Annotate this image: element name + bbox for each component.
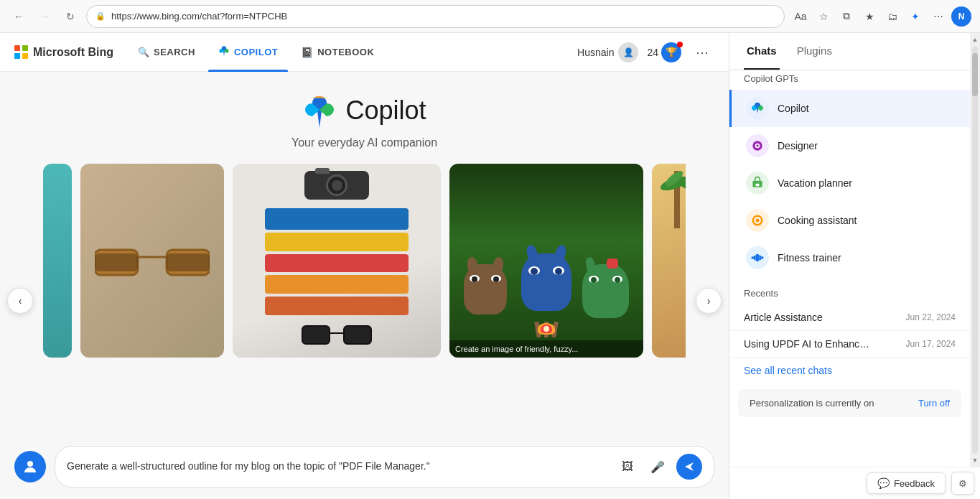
- microphone-button[interactable]: 🎤: [646, 455, 669, 478]
- carousel-card-monsters[interactable]: Create an image of friendly, fuzzy...: [449, 164, 643, 358]
- carousel-card-slim[interactable]: [43, 164, 72, 358]
- svg-rect-15: [756, 184, 760, 186]
- more-button[interactable]: ⋯: [928, 6, 948, 27]
- notebook-nav-label: NOTEBOOK: [317, 47, 374, 57]
- carousel-card-sunglasses[interactable]: [80, 164, 224, 358]
- recent-title-article: Article Assistance: [744, 312, 873, 323]
- copilot-title: Copilot: [345, 95, 426, 126]
- points-badge[interactable]: 24 🏆: [647, 42, 681, 62]
- split-view-button[interactable]: ⧉: [836, 6, 857, 27]
- notification-dot: [677, 42, 683, 47]
- input-box[interactable]: 🖼 🎤: [55, 446, 714, 488]
- scroll-down-button[interactable]: ▼: [970, 455, 980, 465]
- sunglasses-svg: [95, 239, 210, 282]
- points-count: 24: [647, 47, 658, 58]
- bing-logo[interactable]: Microsoft Bing: [14, 45, 113, 60]
- gpt-name-designer: Designer: [778, 140, 818, 151]
- recent-item-updf[interactable]: Using UPDF AI to Enhance Sales Skills Ju…: [729, 331, 970, 358]
- collections-button[interactable]: 🗂: [882, 6, 902, 27]
- recent-date-updf: Jun 17, 2024: [906, 339, 956, 349]
- gpt-item-vacation[interactable]: Vacation planner: [729, 164, 970, 202]
- notebook-nav-icon: 📓: [301, 47, 313, 58]
- settings-button[interactable]: ⚙: [951, 472, 974, 495]
- favorites-bar-button[interactable]: ★: [859, 6, 879, 27]
- address-bar[interactable]: 🔒 https://www.bing.com/chat?form=NTPCHB: [86, 5, 785, 28]
- recents-section: Recents Article Assistance Jun 22, 2024 …: [729, 276, 970, 383]
- nav-copilot[interactable]: COPILOT: [208, 33, 288, 72]
- browser-right-controls: Aa ☆ ⧉ ★ 🗂 ✦ ⋯ N: [790, 6, 971, 27]
- turn-off-button[interactable]: Turn off: [918, 398, 950, 409]
- user-info[interactable]: Husnain 👤: [577, 42, 638, 62]
- read-aloud-button[interactable]: Aa: [790, 6, 811, 27]
- top-nav: Microsoft Bing 🔍 SEARCH COPILOT: [0, 33, 729, 72]
- sidebar-scrollable: Copilot GPTs Copilot: [729, 70, 970, 467]
- search-nav-label: SEARCH: [154, 47, 195, 57]
- copilot-nav-icon: [218, 45, 230, 59]
- carousel-card-palm[interactable]: [652, 164, 686, 358]
- gpts-section-title: Copilot GPTs: [729, 70, 970, 90]
- lock-icon: 🔒: [95, 11, 106, 21]
- copilot-logo-icon: [302, 93, 337, 128]
- center-content: Copilot Your everyday AI companion ‹: [0, 72, 729, 499]
- search-nav-icon: 🔍: [138, 47, 149, 57]
- carousel-track: Create an image of friendly, fuzzy...: [43, 164, 686, 358]
- chat-input[interactable]: [67, 460, 607, 474]
- svg-rect-3: [95, 253, 138, 271]
- user-avatar: 👤: [618, 42, 638, 62]
- gpt-name-copilot: Copilot: [778, 103, 809, 114]
- recents-section-title: Recents: [729, 285, 970, 304]
- svg-rect-19: [752, 256, 754, 258]
- gpt-item-fitness[interactable]: Fitness trainer: [729, 239, 970, 276]
- copilot-browser-button[interactable]: ✦: [905, 6, 925, 27]
- gpt-item-cooking[interactable]: Cooking assistant: [729, 202, 970, 239]
- right-sidebar: Chats Plugins Copilot GPTs: [729, 33, 980, 499]
- gpt-item-designer[interactable]: Designer: [729, 127, 970, 164]
- tab-chats[interactable]: Chats: [744, 33, 780, 70]
- svg-rect-23: [756, 254, 760, 261]
- gpt-item-copilot[interactable]: Copilot: [729, 90, 970, 127]
- nav-notebook[interactable]: 📓 NOTEBOOK: [291, 33, 384, 72]
- copilot-gpt-icon: [746, 97, 769, 120]
- carousel-card-clothes[interactable]: [233, 164, 441, 358]
- send-button[interactable]: [676, 454, 702, 480]
- feedback-button[interactable]: 💬 Feedback: [867, 472, 946, 494]
- gpt-name-cooking: Cooking assistant: [778, 215, 857, 226]
- tab-plugins[interactable]: Plugins: [794, 33, 835, 70]
- reload-button[interactable]: ↻: [60, 6, 80, 27]
- image-input-button[interactable]: 🖼: [616, 455, 639, 478]
- ms-logo-yellow: [22, 53, 28, 59]
- scroll-thumb[interactable]: [972, 53, 978, 96]
- gpt-name-vacation: Vacation planner: [778, 177, 852, 189]
- svg-rect-22: [760, 256, 762, 261]
- nav-items: 🔍 SEARCH COPILOT 📓 NOTEBOOK: [128, 33, 577, 72]
- cooking-gpt-icon: [746, 209, 769, 232]
- carousel-section: ‹: [0, 164, 729, 437]
- monsters-caption: Create an image of friendly, fuzzy...: [449, 340, 643, 358]
- svg-point-10: [27, 461, 33, 467]
- copilot-subtitle: Your everyday AI companion: [14, 136, 714, 149]
- designer-gpt-icon: [746, 134, 769, 157]
- content-area: Copilot Your everyday AI companion ‹: [0, 72, 729, 499]
- svg-rect-4: [167, 253, 210, 271]
- back-button[interactable]: ←: [9, 6, 29, 27]
- browser-controls: ← → ↻: [9, 6, 80, 27]
- recent-item-article[interactable]: Article Assistance Jun 22, 2024: [729, 304, 970, 331]
- bing-brand-text: Microsoft Bing: [33, 46, 113, 59]
- ms-logo-blue: [14, 53, 20, 59]
- input-icons: 🖼 🎤: [616, 454, 702, 480]
- see-all-chats-link[interactable]: See all recent chats: [729, 358, 970, 383]
- profile-button[interactable]: N: [951, 6, 971, 27]
- forward-button[interactable]: →: [34, 6, 55, 27]
- main-area: Microsoft Bing 🔍 SEARCH COPILOT: [0, 33, 729, 499]
- fitness-gpt-icon: [746, 246, 769, 269]
- app-layout: Microsoft Bing 🔍 SEARCH COPILOT: [0, 33, 980, 499]
- carousel-next-button[interactable]: ›: [696, 288, 722, 314]
- svg-point-13: [756, 144, 758, 146]
- nav-search[interactable]: 🔍 SEARCH: [128, 33, 205, 72]
- favorites-button[interactable]: ☆: [813, 6, 834, 27]
- scroll-up-button[interactable]: ▲: [970, 34, 980, 45]
- carousel-prev-button[interactable]: ‹: [7, 288, 33, 314]
- svg-rect-8: [344, 326, 371, 344]
- more-menu-button[interactable]: ⋯: [690, 42, 714, 63]
- recent-title-updf: Using UPDF AI to Enhance Sales Skills: [744, 338, 873, 350]
